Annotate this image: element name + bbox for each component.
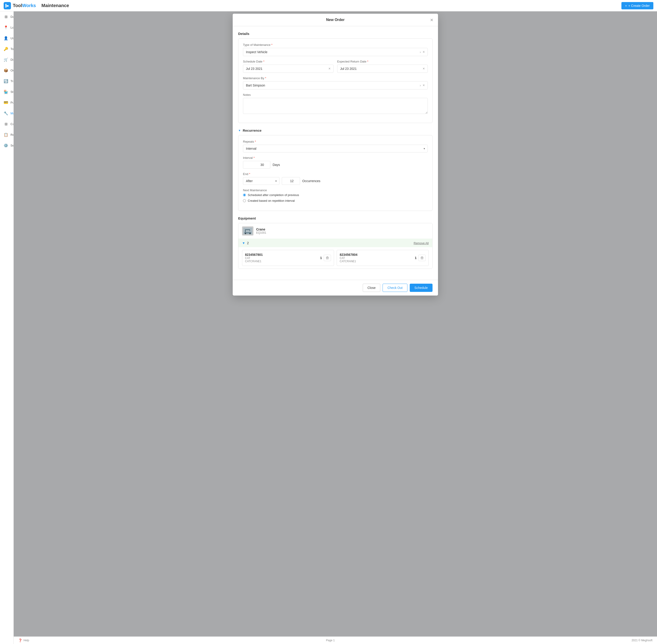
schedule-date-clear-icon[interactable]: ×	[329, 67, 331, 71]
top-header: ToolWorks Maintenance + + Create Order	[0, 0, 657, 12]
tools-icon: 🔑	[4, 47, 8, 51]
sidebar-item-categories[interactable]: ⊞ Categ	[0, 119, 14, 130]
sidebar-item-users[interactable]: 👤 Users	[0, 33, 14, 44]
maintenance-icon: 🔧	[4, 111, 8, 115]
end-select[interactable]: Never After On Date	[243, 177, 279, 185]
sidebar-item-settings[interactable]: ⚙️ Setti	[0, 140, 14, 151]
sidebar-item-dashboard[interactable]: ⊞ Dashl	[0, 12, 14, 22]
expected-return-date-field[interactable]: Jul 23 2021 ×	[337, 65, 428, 73]
stores-icon: 🏪	[4, 90, 8, 94]
radio-created[interactable]: Created based on repetition interval	[243, 199, 428, 202]
sidebar-item-dispatch[interactable]: 🛒 Dispa	[0, 54, 14, 65]
radio-scheduled-input[interactable]	[243, 193, 246, 197]
remove-all-button[interactable]: Remove All	[414, 242, 429, 245]
equipment-units: 8234567801 CAT CATCRANE1 1	[238, 247, 432, 269]
transfers-icon: 🔃	[4, 79, 8, 83]
sidebar-label-maintenance: Maint	[10, 112, 14, 115]
modal-footer: Close Check Out Schedule	[233, 280, 438, 296]
type-of-maintenance-chevron-icon[interactable]: ›	[420, 50, 421, 54]
unit-delete-button-2[interactable]	[418, 255, 426, 261]
expected-return-date-clear-icon[interactable]: ×	[423, 67, 425, 71]
unit-brand-1: CAT	[245, 256, 263, 260]
occurrences-label: Occurrences	[302, 179, 320, 183]
maintenance-by-clear-icon[interactable]: ×	[423, 83, 425, 87]
chevron-down-icon[interactable]: ▼	[242, 241, 245, 245]
schedule-date-label: Schedule Date *	[243, 60, 333, 63]
equipment-section-header: Equipment	[238, 216, 432, 220]
dashboard-icon: ⊞	[4, 15, 8, 19]
trash-icon-2	[420, 256, 424, 259]
maintenance-by-chevron-icon[interactable]: ›	[420, 84, 421, 87]
equipment-item-header: Crane EQ1001	[238, 223, 432, 239]
maintenance-by-label: Maintenance By *	[243, 76, 428, 80]
unit-qty-1: 1	[320, 255, 331, 261]
create-order-button[interactable]: + + Create Order	[621, 2, 653, 9]
modal-body: Details Type of Maintenance * Inspect Ve…	[233, 26, 438, 280]
equipment-count: ▼ 2	[242, 241, 249, 245]
sidebar-item-purchases[interactable]: 💳 Purch	[0, 97, 14, 108]
sidebar-item-transfers[interactable]: 🔃 Trans	[0, 76, 14, 87]
unit-brand-2: CAT	[340, 256, 357, 260]
recurrence-section: ▼ Recurrence Repeats * Non	[238, 129, 432, 211]
sidebar-item-reports[interactable]: 📋 Repor	[0, 130, 14, 140]
end-row: Never After On Date Occurrences	[243, 177, 428, 185]
sidebar-item-orders[interactable]: 📦 Order	[0, 65, 14, 76]
next-maintenance-label: Next Maintenance	[243, 188, 428, 192]
logo-works: Works	[22, 3, 36, 8]
equipment-count-value: 2	[247, 241, 249, 245]
sidebar-item-stores[interactable]: 🏪 Store	[0, 87, 14, 97]
radio-created-input[interactable]	[243, 199, 246, 202]
main-content: New Order ✕ Details Type of	[14, 12, 657, 644]
repeats-select[interactable]: None Daily Weekly Monthly Interval	[243, 145, 428, 153]
occurrences-input[interactable]	[282, 177, 300, 185]
sidebar-item-locations[interactable]: 📍 Locat	[0, 22, 14, 33]
settings-icon: ⚙️	[4, 143, 8, 148]
type-of-maintenance-field[interactable]: Inspect Vehicle › ×	[243, 48, 428, 56]
app-title: Maintenance	[42, 3, 69, 8]
purchases-icon: 💳	[4, 100, 8, 105]
schedule-button[interactable]: Schedule	[410, 284, 432, 292]
radio-scheduled[interactable]: Scheduled after completion of previous	[243, 193, 428, 197]
unit-delete-button-1[interactable]	[324, 255, 331, 261]
sidebar-item-tools[interactable]: 🔑 Tools	[0, 44, 14, 54]
sidebar-label-purchases: Purch	[10, 101, 14, 104]
modal-close-button[interactable]: ✕	[428, 17, 435, 23]
unit-info-1: 8234567801 CAT CATCRANE1	[245, 253, 263, 263]
details-title: Details	[238, 32, 249, 36]
maintenance-by-field[interactable]: Bart Simpson › ×	[243, 81, 428, 89]
interval-unit-label: Days	[273, 163, 280, 167]
expected-return-date-group: Expected Return Date * Jul 23 2021 ×	[337, 60, 428, 73]
plus-icon: +	[625, 4, 627, 7]
type-of-maintenance-group: Type of Maintenance * Inspect Vehicle › …	[243, 43, 428, 56]
interval-label: Interval *	[243, 156, 428, 160]
recurrence-card: Repeats * None Daily Weekly Monthly Inte…	[238, 135, 432, 211]
logo-tool: Tool	[13, 3, 22, 8]
svg-rect-15	[422, 256, 423, 257]
type-of-maintenance-clear-icon[interactable]: ×	[423, 50, 425, 54]
unit-card-2: 8234567804 CAT CATCRANE1 1	[337, 250, 429, 266]
sidebar-item-maintenance[interactable]: 🔧 Maint	[0, 108, 14, 119]
repeats-group: Repeats * None Daily Weekly Monthly Inte…	[243, 140, 428, 153]
details-section-header: Details	[238, 32, 432, 36]
notes-input[interactable]	[243, 98, 428, 114]
details-card: Type of Maintenance * Inspect Vehicle › …	[238, 38, 432, 123]
schedule-date-field[interactable]: Jul 23 2021 ×	[243, 65, 333, 73]
help-label[interactable]: Help	[23, 639, 29, 642]
unit-qty-2: 1	[415, 255, 426, 261]
sidebar-label-stores: Store	[10, 90, 14, 94]
type-of-maintenance-value: Inspect Vehicle	[246, 50, 418, 54]
orders-icon: 📦	[4, 68, 8, 73]
next-maintenance-group: Next Maintenance Scheduled after complet…	[243, 188, 428, 202]
interval-row: Days	[243, 161, 428, 169]
recurrence-toggle-icon[interactable]: ▼	[238, 129, 241, 132]
details-section: Details Type of Maintenance * Inspect Ve…	[238, 32, 432, 123]
radio-scheduled-label: Scheduled after completion of previous	[248, 193, 299, 197]
unit-id-1: 8234567801	[245, 253, 263, 256]
schedule-date-group: Schedule Date * Jul 23 2021 ×	[243, 60, 333, 73]
interval-input[interactable]	[243, 161, 270, 169]
sidebar-label-transfers: Trans	[10, 79, 14, 83]
checkout-button[interactable]: Check Out	[382, 284, 407, 292]
close-button[interactable]: Close	[363, 284, 380, 292]
modal-header: New Order ✕	[233, 14, 438, 26]
logo-area: ToolWorks Maintenance	[4, 2, 69, 9]
